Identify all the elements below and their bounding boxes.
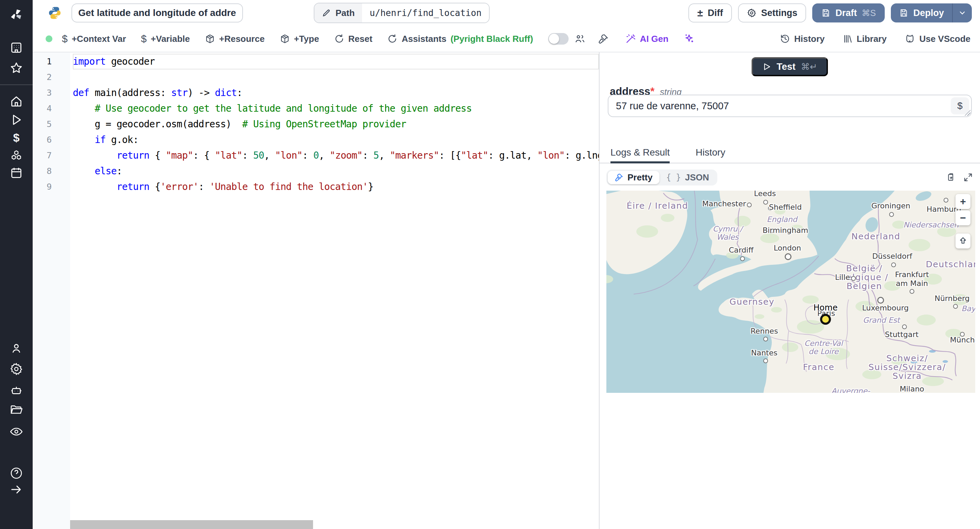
reset-icon <box>334 34 344 44</box>
diff-button[interactable]: ± Diff <box>688 3 732 22</box>
copy-result-icon[interactable] <box>946 172 956 182</box>
audit-eye-icon[interactable] <box>10 425 23 438</box>
map-zoom-out-button[interactable]: − <box>956 210 970 225</box>
result-tabs: Logs & Result History <box>600 143 980 163</box>
multiplayer-toggle[interactable] <box>548 33 569 45</box>
draft-button[interactable]: Draft ⌘S <box>812 3 885 22</box>
resize-grip[interactable] <box>964 110 970 116</box>
map-city-dot <box>891 263 896 267</box>
draft-shortcut: ⌘S <box>862 8 876 18</box>
map-label: Groningen <box>872 202 911 210</box>
collapse-sidebar-arrow-icon[interactable] <box>10 483 23 496</box>
settings-button[interactable]: Settings <box>738 3 807 22</box>
map-label: Manchester <box>702 199 746 208</box>
code-line[interactable]: 4 # Use geocoder to get the latitude and… <box>33 101 599 116</box>
map-city-dot <box>943 198 948 202</box>
map-label: Birmingham <box>762 226 808 234</box>
deploy-split-button: Deploy <box>891 3 972 22</box>
folders-icon[interactable] <box>10 403 23 417</box>
line-number: 8 <box>33 163 52 179</box>
home-marker[interactable] <box>820 314 831 325</box>
sparkles-icon[interactable] <box>683 33 695 45</box>
map-label: Nederland <box>851 231 900 241</box>
deploy-dropdown-button[interactable] <box>952 3 972 22</box>
address-input[interactable] <box>608 100 951 112</box>
home-icon[interactable] <box>10 95 23 108</box>
map-label: Frankfurt <box>895 270 929 279</box>
map-label: Nantes <box>751 349 778 357</box>
code-line[interactable]: 9 return {'error': 'Unable to find the l… <box>33 179 599 195</box>
map-city-dot <box>763 359 768 363</box>
code-line[interactable]: 8 else: <box>33 163 599 179</box>
users-icon[interactable] <box>10 342 23 355</box>
map-label: Deutschland <box>926 260 975 269</box>
code-line[interactable]: 6 if g.ok: <box>33 132 599 148</box>
schedules-icon[interactable] <box>10 166 23 180</box>
code-line[interactable]: 3def main(address: str) -> dict: <box>33 85 599 101</box>
windmill-logo-icon[interactable] <box>10 8 23 21</box>
help-icon[interactable] <box>10 466 23 480</box>
map-recenter-button[interactable] <box>956 234 970 249</box>
left-sidebar: $ <box>0 0 33 529</box>
reset-button[interactable]: Reset <box>334 34 372 44</box>
path-value: u/henri/find_location <box>362 3 489 22</box>
line-number: 3 <box>33 85 52 101</box>
map-label: Leeds <box>754 191 776 198</box>
top-bar: Path u/henri/find_location ± Diff Settin… <box>33 0 980 26</box>
line-number: 4 <box>33 101 52 116</box>
favorites-star-icon[interactable] <box>10 61 23 75</box>
brush-icon <box>614 173 624 182</box>
format-brush-icon[interactable] <box>598 33 609 44</box>
test-button[interactable]: Test ⌘↵ <box>751 57 828 76</box>
workspace-icon[interactable] <box>10 41 23 54</box>
map-label: England <box>767 215 797 224</box>
add-resource-button[interactable]: +Resource <box>205 34 265 44</box>
code-line[interactable]: 7 return { "map": { "lat": 50, "lon": 0,… <box>33 148 599 163</box>
history-clock-icon <box>780 34 790 44</box>
settings-gear-icon[interactable] <box>10 362 23 376</box>
script-title-input[interactable] <box>72 3 243 22</box>
code-editor[interactable]: 1import geocoder2 3def main(address: str… <box>33 53 599 529</box>
map-label: Grand Est <box>863 316 900 324</box>
workers-robot-icon[interactable] <box>10 384 23 398</box>
code-line[interactable]: 5 g = geocoder.osm(address) # Using Open… <box>33 116 599 132</box>
save-icon <box>899 8 908 18</box>
tab-logs-result[interactable]: Logs & Result <box>611 147 670 163</box>
map-label: Centre-Val <box>804 339 843 347</box>
deploy-button[interactable]: Deploy <box>891 3 952 22</box>
tab-history[interactable]: History <box>695 147 725 163</box>
code-line[interactable]: 2 <box>33 69 599 85</box>
json-view-button[interactable]: { } JSON <box>659 171 716 184</box>
add-variable-button[interactable]: $ +Variable <box>141 33 190 45</box>
pretty-view-button[interactable]: Pretty <box>608 171 659 184</box>
app: $ <box>0 0 980 529</box>
variables-icon[interactable]: $ <box>13 131 20 144</box>
map-label: Svizra <box>892 371 922 381</box>
code-text <box>73 69 599 85</box>
braces-icon: { } <box>666 172 681 182</box>
assistants-button[interactable]: Assistants (Pyright Black Ruff) <box>387 34 533 44</box>
result-map[interactable]: LeedsManchesterSheffieldEnglandBirmingha… <box>606 191 975 393</box>
resources-icon[interactable] <box>10 149 23 163</box>
library-button[interactable]: Library <box>843 34 887 44</box>
history-button[interactable]: History <box>780 34 825 44</box>
map-label: Cymru / <box>713 225 742 233</box>
map-city-dot <box>785 253 791 260</box>
collaborators-icon[interactable] <box>574 33 585 45</box>
map-city-dot <box>877 297 884 304</box>
runs-icon[interactable] <box>10 113 23 127</box>
ai-gen-button[interactable]: AI Gen <box>625 33 669 44</box>
add-type-button[interactable]: +Type <box>280 34 319 44</box>
add-context-var-button[interactable]: $ +Context Var <box>62 33 126 45</box>
line-number: 1 <box>33 54 52 69</box>
map-zoom-in-button[interactable]: + <box>956 194 970 209</box>
map-label: Luxembourg <box>862 304 908 312</box>
editor-horizontal-scrollbar[interactable] <box>70 520 313 529</box>
map-label: Stuttgart <box>885 330 919 339</box>
code-line[interactable]: 1import geocoder <box>33 54 599 69</box>
map-label: Auvergne- <box>831 387 870 393</box>
path-group[interactable]: Path u/henri/find_location <box>314 3 490 23</box>
expand-result-icon[interactable] <box>963 172 973 182</box>
use-vscode-button[interactable]: Use VScode <box>904 33 970 44</box>
library-icon <box>843 34 853 44</box>
